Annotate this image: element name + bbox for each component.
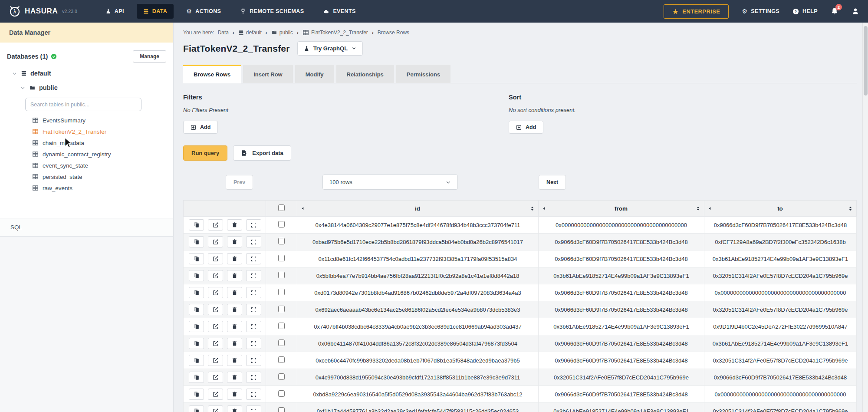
clone-row-button[interactable]: [189, 355, 204, 366]
column-header-to[interactable]: to: [704, 201, 857, 217]
clone-row-button[interactable]: [189, 253, 204, 264]
expand-row-button[interactable]: [246, 321, 261, 332]
edit-row-button[interactable]: [208, 287, 223, 298]
expand-row-button[interactable]: [246, 287, 261, 298]
prev-page-button[interactable]: Prev: [226, 175, 253, 190]
row-checkbox[interactable]: [278, 339, 285, 346]
chevron-down-icon[interactable]: [12, 71, 17, 76]
clone-row-button[interactable]: [189, 389, 204, 400]
edit-row-button[interactable]: [208, 355, 223, 366]
delete-row-button[interactable]: [227, 355, 242, 366]
search-tables-input[interactable]: [25, 98, 141, 111]
expand-row-button[interactable]: [246, 304, 261, 315]
expand-row-button[interactable]: [246, 253, 261, 264]
sidebar-item-table-fiattokenv2_2_transfer[interactable]: FiatTokenV2_2_Transfer: [32, 126, 173, 137]
edit-row-button[interactable]: [208, 405, 223, 412]
delete-row-button[interactable]: [227, 338, 242, 349]
sidebar-item-sql[interactable]: SQL: [0, 218, 173, 237]
clone-row-button[interactable]: [189, 338, 204, 349]
expand-row-button[interactable]: [246, 219, 261, 231]
edit-row-button[interactable]: [208, 253, 223, 264]
enterprise-button[interactable]: ★ ENTERPRISE: [664, 4, 729, 19]
row-checkbox[interactable]: [278, 238, 285, 244]
delete-row-button[interactable]: [227, 321, 242, 332]
tab-browse-rows[interactable]: Browse Rows: [183, 65, 241, 83]
expand-row-button[interactable]: [246, 405, 261, 412]
edit-row-button[interactable]: [208, 304, 223, 315]
add-filter-button[interactable]: Add: [183, 121, 218, 134]
sidebar-item-public-schema[interactable]: public: [7, 84, 173, 91]
row-checkbox[interactable]: [278, 272, 285, 278]
expand-row-button[interactable]: [246, 372, 261, 383]
edit-row-button[interactable]: [208, 219, 223, 231]
expand-row-button[interactable]: [246, 270, 261, 281]
add-sort-button[interactable]: Add: [509, 121, 543, 134]
export-data-button[interactable]: Export data: [233, 145, 291, 161]
expand-row-button[interactable]: [246, 389, 261, 400]
clone-row-button[interactable]: [189, 372, 204, 383]
clone-row-button[interactable]: [189, 287, 204, 298]
delete-row-button[interactable]: [227, 304, 242, 315]
edit-row-button[interactable]: [208, 236, 223, 247]
edit-row-button[interactable]: [208, 372, 223, 383]
nav-item-events[interactable]: EVENTS: [316, 4, 362, 19]
scrollbar-thumb[interactable]: [864, 26, 868, 96]
sidebar-item-table-dynamic_contract_registry[interactable]: dynamic_contract_registry: [32, 148, 173, 160]
run-query-button[interactable]: Run query: [183, 145, 227, 161]
delete-row-button[interactable]: [227, 405, 242, 412]
clone-row-button[interactable]: [189, 321, 204, 332]
collapse-column-icon[interactable]: [708, 206, 712, 211]
breadcrumb-item-default[interactable]: default: [238, 30, 262, 36]
tab-permissions[interactable]: Permissions: [396, 65, 450, 83]
delete-row-button[interactable]: [227, 287, 242, 298]
sidebar-item-table-persisted_state[interactable]: persisted_state: [32, 171, 173, 182]
sidebar-item-table-eventssummary[interactable]: EventsSummary: [32, 115, 173, 126]
row-checkbox[interactable]: [278, 373, 285, 380]
sort-icon[interactable]: [848, 206, 853, 211]
breadcrumb-item-browse-rows[interactable]: Browse Rows: [378, 30, 409, 36]
expand-row-button[interactable]: [246, 355, 261, 366]
nav-item-remote-schemas[interactable]: REMOTE SCHEMAS: [233, 4, 310, 19]
hasura-brand[interactable]: λ HASURA v2.23.0: [9, 5, 77, 17]
sidebar-item-table-event_sync_state[interactable]: event_sync_state: [32, 160, 173, 171]
collapse-column-icon[interactable]: [542, 206, 546, 211]
expand-row-button[interactable]: [246, 338, 261, 349]
row-checkbox[interactable]: [278, 356, 285, 363]
row-checkbox[interactable]: [278, 289, 285, 295]
edit-row-button[interactable]: [208, 321, 223, 332]
row-checkbox[interactable]: [278, 306, 285, 312]
sort-icon[interactable]: [530, 206, 535, 211]
delete-row-button[interactable]: [227, 372, 242, 383]
edit-row-button[interactable]: [208, 270, 223, 281]
sort-icon[interactable]: [696, 206, 700, 211]
delete-row-button[interactable]: [227, 389, 242, 400]
help-button[interactable]: ? HELP: [792, 8, 818, 15]
delete-row-button[interactable]: [227, 236, 242, 247]
row-checkbox[interactable]: [278, 255, 285, 261]
sidebar-item-default-db[interactable]: default: [7, 70, 173, 77]
edit-row-button[interactable]: [208, 338, 223, 349]
column-header-id[interactable]: id: [297, 201, 539, 217]
collapse-column-icon[interactable]: [301, 206, 305, 211]
chevron-down-icon[interactable]: [20, 86, 25, 90]
row-checkbox[interactable]: [278, 390, 285, 397]
user-menu-button[interactable]: [852, 7, 859, 15]
tab-insert-row[interactable]: Insert Row: [243, 65, 293, 83]
breadcrumb-item-data[interactable]: Data: [218, 30, 229, 36]
breadcrumb-item-fiattokenv2_2_transfer[interactable]: FiatTokenV2_2_Transfer: [302, 30, 368, 36]
edit-row-button[interactable]: [208, 389, 223, 400]
sidebar-item-table-chain_metadata[interactable]: chain_metadata: [32, 137, 173, 148]
nav-item-data[interactable]: DATA: [137, 4, 174, 19]
expand-row-button[interactable]: [246, 236, 261, 247]
column-header-from[interactable]: from: [539, 201, 704, 217]
delete-row-button[interactable]: [227, 253, 242, 264]
select-all-checkbox[interactable]: [278, 204, 285, 211]
row-checkbox[interactable]: [278, 323, 285, 329]
tab-relationships[interactable]: Relationships: [336, 65, 394, 83]
nav-item-actions[interactable]: ⚙ACTIONS: [180, 4, 227, 19]
row-checkbox[interactable]: [278, 407, 285, 412]
clone-row-button[interactable]: [189, 304, 204, 315]
vertical-scrollbar[interactable]: [862, 23, 868, 412]
breadcrumb-item-public[interactable]: public: [271, 30, 293, 36]
clone-row-button[interactable]: [189, 405, 204, 412]
